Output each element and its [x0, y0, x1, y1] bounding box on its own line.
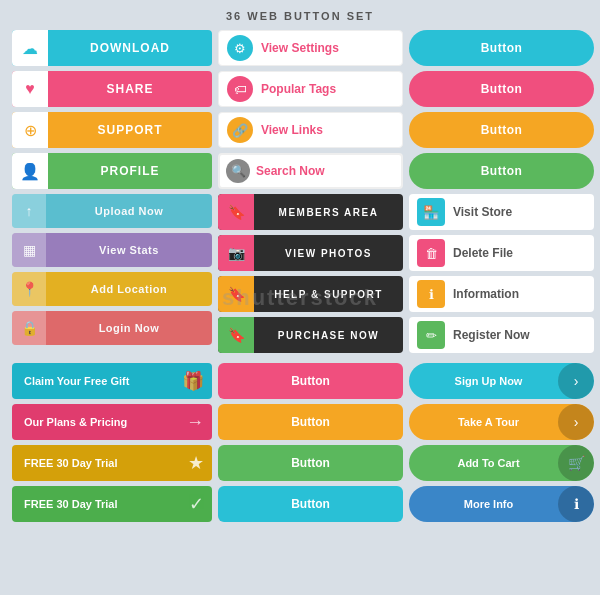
page-title: 36 WEB BUTTON SET	[0, 0, 600, 30]
viewlinks-button[interactable]: 🔗 View Links	[218, 112, 403, 148]
deletefile-button[interactable]: 🗑 Delete File	[409, 235, 594, 271]
viewsettings-button[interactable]: ⚙ View Settings	[218, 30, 403, 66]
freetrial1-label: FREE 30 Day Trial	[24, 457, 188, 469]
helpsupport-button[interactable]: 🔖 HELP & SUPPORT	[218, 276, 403, 312]
claimgift-label: Claim Your Free Gift	[24, 375, 182, 387]
cloud-icon: ☁	[12, 30, 48, 66]
tags-icon: 🏷	[227, 76, 253, 102]
upload-label: Upload Now	[46, 205, 212, 217]
populartags-button[interactable]: 🏷 Popular Tags	[218, 71, 403, 107]
signup-label: Sign Up Now	[409, 375, 558, 387]
search-icon: 🔍	[226, 159, 250, 183]
addlocation-button[interactable]: 📍 Add Location	[12, 272, 212, 306]
freetrial2-label: FREE 30 Day Trial	[24, 498, 189, 510]
arrow-icon: →	[186, 412, 204, 433]
deletefile-label: Delete File	[453, 246, 513, 260]
gift-icon: 🎁	[182, 370, 204, 392]
button-rect-2[interactable]: Button	[218, 404, 403, 440]
button-rect-1[interactable]: Button	[218, 363, 403, 399]
signup-button[interactable]: Sign Up Now ›	[409, 363, 594, 399]
store-icon: 🏪	[417, 198, 445, 226]
information-label: Information	[453, 287, 519, 301]
star-icon: ★	[188, 452, 204, 474]
button-pill-1-label: Button	[481, 41, 523, 55]
download-label: DOWNLOAD	[48, 41, 212, 55]
upload-icon: ↑	[12, 194, 46, 228]
support-label: SUPPORT	[48, 123, 212, 137]
button-pill-3[interactable]: Button	[409, 112, 594, 148]
viewphotos-button[interactable]: 📷 VIEW PHOTOS	[218, 235, 403, 271]
button-pill-2[interactable]: Button	[409, 71, 594, 107]
addlocation-label: Add Location	[46, 283, 212, 295]
freetrial1-button[interactable]: FREE 30 Day Trial ★	[12, 445, 212, 481]
col1-flat-buttons: ☁ DOWNLOAD ♥ SHARE ⊕ SUPPORT 👤 PROFILE ↑…	[12, 30, 212, 353]
button-pill-4-label: Button	[481, 164, 523, 178]
populartags-label: Popular Tags	[261, 82, 336, 96]
tour-button[interactable]: Take A Tour ›	[409, 404, 594, 440]
button-rect-4[interactable]: Button	[218, 486, 403, 522]
claimgift-button[interactable]: Claim Your Free Gift 🎁	[12, 363, 212, 399]
button-rect-2-label: Button	[291, 415, 330, 429]
login-label: Login Now	[46, 322, 212, 334]
planspricing-button[interactable]: Our Plans & Pricing →	[12, 404, 212, 440]
button-pill-3-label: Button	[481, 123, 523, 137]
check-icon: ✓	[189, 493, 204, 515]
links-icon: 🔗	[227, 117, 253, 143]
moreinfo-button[interactable]: More Info ℹ	[409, 486, 594, 522]
main-grid: ☁ DOWNLOAD ♥ SHARE ⊕ SUPPORT 👤 PROFILE ↑…	[0, 30, 600, 363]
info-icon: ℹ	[417, 280, 445, 308]
button-pill-2-label: Button	[481, 82, 523, 96]
addtocart-button[interactable]: Add To Cart 🛒	[409, 445, 594, 481]
download-button[interactable]: ☁ DOWNLOAD	[12, 30, 212, 66]
edit-icon: ✏	[417, 321, 445, 349]
membersarea-button[interactable]: 🔖 MEMBERS AREA	[218, 194, 403, 230]
moreinfo-label: More Info	[409, 498, 558, 510]
upload-button[interactable]: ↑ Upload Now	[12, 194, 212, 228]
signup-arrow-icon: ›	[558, 363, 594, 399]
support-button[interactable]: ⊕ SUPPORT	[12, 112, 212, 148]
profile-label: PROFILE	[48, 164, 212, 178]
share-label: SHARE	[48, 82, 212, 96]
purchasenow-button[interactable]: 🔖 PURCHASE NOW	[218, 317, 403, 353]
helpsupport-label: HELP & SUPPORT	[254, 289, 403, 300]
share-button[interactable]: ♥ SHARE	[12, 71, 212, 107]
visitstore-button[interactable]: 🏪 Visit Store	[409, 194, 594, 230]
viewlinks-label: View Links	[261, 123, 323, 137]
col2-bottom: Button Button Button Button	[218, 363, 403, 522]
visitstore-label: Visit Store	[453, 205, 512, 219]
cart-icon: 🛒	[558, 445, 594, 481]
trash-icon: 🗑	[417, 239, 445, 267]
addtocart-label: Add To Cart	[409, 457, 558, 469]
viewstats-button[interactable]: ▦ View Stats	[12, 233, 212, 267]
button-pill-4[interactable]: Button	[409, 153, 594, 189]
searchnow-button[interactable]: 🔍 Search Now	[218, 153, 403, 189]
button-rect-3-label: Button	[291, 456, 330, 470]
searchnow-label: Search Now	[256, 164, 325, 178]
lock-icon: 🔒	[12, 311, 46, 345]
settings-icon: ⚙	[227, 35, 253, 61]
button-rect-4-label: Button	[291, 497, 330, 511]
members-icon: 🔖	[218, 194, 254, 230]
registernow-button[interactable]: ✏ Register Now	[409, 317, 594, 353]
stats-icon: ▦	[12, 233, 46, 267]
photos-icon: 📷	[218, 235, 254, 271]
support-icon: ⊕	[12, 112, 48, 148]
location-icon: 📍	[12, 272, 46, 306]
col1-bottom: Claim Your Free Gift 🎁 Our Plans & Prici…	[12, 363, 212, 522]
button-rect-3[interactable]: Button	[218, 445, 403, 481]
moreinfo-icon: ℹ	[558, 486, 594, 522]
button-pill-1[interactable]: Button	[409, 30, 594, 66]
purchase-icon: 🔖	[218, 317, 254, 353]
freetrial2-button[interactable]: FREE 30 Day Trial ✓	[12, 486, 212, 522]
col3-bottom: Sign Up Now › Take A Tour › Add To Cart …	[409, 363, 594, 522]
registernow-label: Register Now	[453, 328, 530, 342]
profile-icon: 👤	[12, 153, 48, 189]
profile-button[interactable]: 👤 PROFILE	[12, 153, 212, 189]
viewstats-label: View Stats	[46, 244, 212, 256]
viewphotos-label: VIEW PHOTOS	[254, 248, 403, 259]
information-button[interactable]: ℹ Information	[409, 276, 594, 312]
bottom-grid: Claim Your Free Gift 🎁 Our Plans & Prici…	[0, 363, 600, 532]
login-button[interactable]: 🔒 Login Now	[12, 311, 212, 345]
tour-label: Take A Tour	[409, 416, 558, 428]
membersarea-label: MEMBERS AREA	[254, 207, 403, 218]
